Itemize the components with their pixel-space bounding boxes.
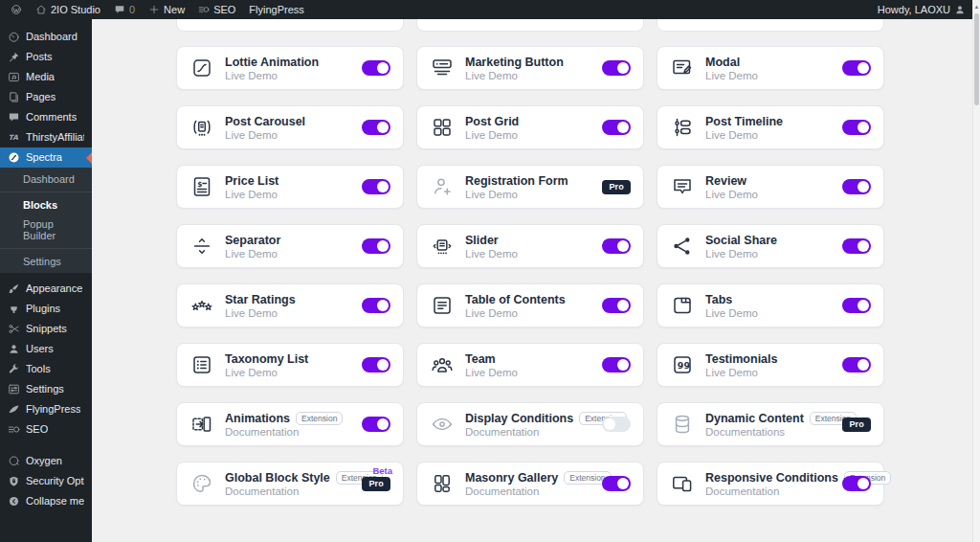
sidebar-item-label: Collapse menu — [26, 495, 84, 508]
documentation-link[interactable]: Documentation — [465, 426, 591, 438]
sidebar-item-label: ThirstyAffiliates — [26, 131, 84, 144]
documentation-link[interactable]: Documentation — [225, 426, 343, 438]
block-toggle[interactable] — [362, 238, 390, 254]
live-demo-link[interactable]: Live Demo — [225, 70, 319, 81]
scrollbar-up-arrow[interactable]: ▲ — [973, 0, 980, 12]
users-icon — [8, 343, 20, 355]
sidebar-item-users[interactable]: Users — [0, 339, 92, 359]
seo-icon — [198, 4, 210, 15]
documentation-link[interactable]: Documentation — [705, 486, 832, 497]
sidebar-item-plugins[interactable]: Plugins — [0, 299, 92, 319]
site-name-menu[interactable]: 2IO Studio — [29, 0, 107, 19]
live-demo-link[interactable]: Live Demo — [465, 367, 518, 378]
live-demo-link[interactable]: Live Demo — [225, 189, 278, 200]
block-toggle[interactable] — [842, 238, 871, 254]
sidebar-item-label: Plugins — [26, 303, 60, 315]
block-card-taxonomy-list: Taxonomy ListLive Demo — [176, 343, 404, 387]
block-card-slider: SliderLive Demo — [416, 224, 644, 268]
live-demo-link[interactable]: Live Demo — [465, 129, 519, 141]
seo-menu[interactable]: SEO — [191, 0, 242, 19]
live-demo-link[interactable]: Live Demo — [465, 70, 564, 81]
sidebar-item-label: Settings — [26, 383, 64, 395]
block-toggle[interactable] — [362, 417, 390, 432]
sidebar-item-comments[interactable]: Comments — [0, 107, 92, 127]
comments-menu[interactable]: 0 — [107, 0, 142, 19]
live-demo-link[interactable]: Live Demo — [465, 189, 568, 200]
live-demo-link[interactable]: Live Demo — [705, 189, 758, 200]
block-toggle[interactable] — [842, 179, 871, 194]
block-toggle[interactable] — [362, 179, 390, 194]
block-title: Post Grid — [465, 115, 519, 128]
separator-icon — [189, 235, 214, 258]
block-title: Social Share — [705, 234, 777, 247]
account-menu[interactable]: Howdy, LAOXU — [871, 0, 972, 19]
block-toggle[interactable] — [362, 357, 390, 373]
sidebar-item-snippets[interactable]: Snippets — [0, 319, 92, 339]
dashboard-icon — [8, 31, 20, 43]
block-title: Responsive Conditions — [705, 471, 838, 485]
sidebar-item-flyingpress[interactable]: FlyingPress — [0, 399, 92, 419]
block-toggle[interactable] — [362, 298, 390, 313]
block-toggle[interactable] — [602, 417, 631, 432]
sidebar-item-appearance[interactable]: Appearance — [0, 279, 92, 299]
documentations-link[interactable]: Documentations — [705, 426, 832, 438]
block-toggle[interactable] — [842, 120, 871, 135]
blocks-grid: Lottie AnimationLive DemoMarketing Butto… — [176, 46, 884, 506]
submenu-item-blocks[interactable]: Blocks — [0, 195, 92, 215]
flyingpress-menu[interactable]: FlyingPress — [242, 0, 310, 19]
sidebar-item-spectra[interactable]: Spectra — [0, 147, 92, 168]
post-carousel-icon — [189, 116, 214, 139]
sidebar-item-label: Comments — [26, 111, 77, 124]
media-icon — [8, 71, 20, 83]
block-card-masonry-gallery: Masonry GalleryExtensionDocumentation — [416, 462, 644, 506]
sidebar-item-thirstyaffiliates[interactable]: TAThirstyAffiliates — [0, 127, 92, 147]
sidebar-item-tools[interactable]: Tools — [0, 359, 92, 379]
documentation-link[interactable]: Documentation — [465, 486, 591, 497]
sidebar-item-settings[interactable]: Settings — [0, 379, 92, 399]
live-demo-link[interactable]: Live Demo — [225, 129, 305, 141]
live-demo-link[interactable]: Live Demo — [225, 367, 308, 378]
block-toggle[interactable] — [842, 476, 871, 491]
sidebar-item-oxygen[interactable]: Oxygen — [0, 451, 92, 471]
new-menu[interactable]: New — [142, 0, 191, 19]
block-title: Team — [465, 352, 496, 366]
block-title: Review — [705, 174, 746, 188]
sidebar-item-collapse-menu[interactable]: Collapse menu — [0, 491, 92, 511]
block-toggle[interactable] — [602, 357, 631, 373]
live-demo-link[interactable]: Live Demo — [705, 307, 758, 319]
submenu-item-settings[interactable]: Settings — [0, 252, 92, 271]
partial-card — [416, 19, 644, 32]
sidebar-item-seo[interactable]: SEO — [0, 419, 92, 440]
documentation-link[interactable]: Documentation — [225, 486, 351, 497]
block-toggle[interactable] — [602, 476, 631, 491]
sidebar-item-label: Security Optimizer — [26, 475, 84, 487]
live-demo-link[interactable]: Live Demo — [705, 70, 758, 81]
scrollbar-thumb[interactable] — [974, 13, 979, 105]
live-demo-link[interactable]: Live Demo — [225, 307, 296, 319]
sidebar: DashboardPostsMediaPagesCommentsTAThirst… — [0, 19, 92, 542]
wordpress-menu[interactable] — [4, 0, 29, 19]
block-toggle[interactable] — [602, 60, 631, 76]
live-demo-link[interactable]: Live Demo — [705, 248, 777, 260]
sidebar-item-media[interactable]: Media — [0, 67, 92, 87]
block-toggle[interactable] — [842, 298, 871, 313]
block-toggle[interactable] — [842, 60, 871, 76]
block-toggle[interactable] — [602, 298, 631, 313]
sidebar-item-dashboard[interactable]: Dashboard — [0, 27, 92, 47]
sidebar-item-pages[interactable]: Pages — [0, 87, 92, 107]
live-demo-link[interactable]: Live Demo — [225, 248, 280, 260]
live-demo-link[interactable]: Live Demo — [705, 129, 783, 141]
live-demo-link[interactable]: Live Demo — [705, 367, 777, 378]
block-toggle[interactable] — [602, 120, 631, 135]
block-toggle[interactable] — [602, 238, 631, 254]
block-toggle[interactable] — [842, 357, 871, 373]
sidebar-item-security-optimizer[interactable]: Security Optimizer — [0, 471, 92, 491]
live-demo-link[interactable]: Live Demo — [465, 248, 518, 260]
block-title: Global Block Style — [225, 471, 330, 485]
block-toggle[interactable] — [362, 60, 390, 76]
live-demo-link[interactable]: Live Demo — [465, 307, 566, 319]
submenu-item-popup-builder[interactable]: Popup Builder — [0, 215, 92, 245]
block-toggle[interactable] — [362, 120, 390, 135]
submenu-item-dashboard[interactable]: Dashboard — [0, 169, 92, 189]
sidebar-item-posts[interactable]: Posts — [0, 47, 92, 67]
